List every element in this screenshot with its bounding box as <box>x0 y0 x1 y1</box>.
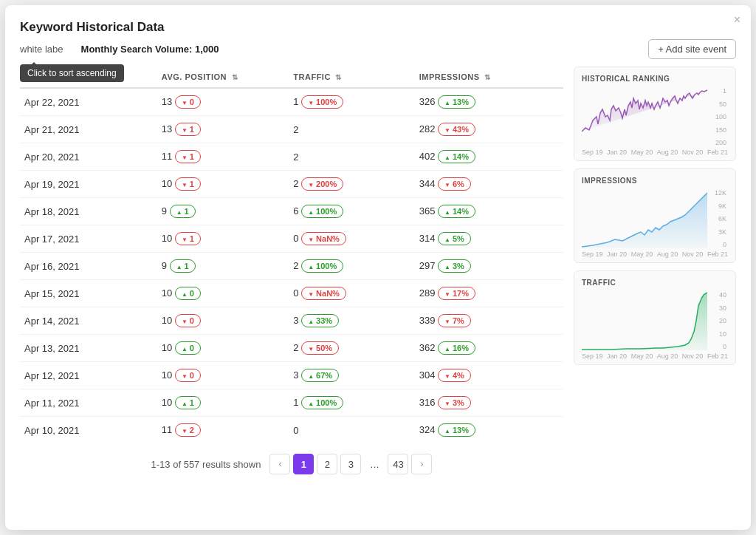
cell-traffic: 2 <box>289 143 414 171</box>
cell-date: Apr 21, 2021 <box>20 116 157 143</box>
sidebar: HISTORICAL RANKING 1 50 100 150 200 <box>574 67 736 474</box>
cell-date: Apr 14, 2021 <box>20 307 157 335</box>
avg-position-badge: 1 <box>175 123 201 136</box>
pagination-ellipsis: … <box>364 454 385 474</box>
table-row: Apr 18, 20219 16 100%365 14% <box>20 198 563 225</box>
traffic-badge: 100% <box>301 95 343 109</box>
cell-impressions: 324 13% <box>415 417 563 444</box>
pagination-page-3[interactable]: 3 <box>340 454 361 474</box>
cell-avg-position: 10 0 <box>157 362 289 389</box>
cell-impressions: 365 14% <box>415 198 563 225</box>
modal-title: Keyword Historical Data <box>20 20 736 35</box>
traffic-badge: NaN% <box>301 287 346 300</box>
chart-title-impressions: IMPRESSIONS <box>582 177 728 185</box>
table-row: Apr 14, 202110 03 33%339 7% <box>20 307 563 335</box>
impressions-badge: 43% <box>438 123 475 136</box>
table-row: Apr 19, 202110 12 200%344 6% <box>20 171 563 198</box>
sort-icon-avg: ⇅ <box>232 73 238 81</box>
cell-impressions: 304 4% <box>415 362 563 389</box>
pagination-page-1[interactable]: 1 <box>293 454 314 474</box>
avg-position-badge: 1 <box>170 205 196 218</box>
cell-traffic: 3 33% <box>289 307 414 335</box>
impressions-badge: 6% <box>438 177 471 191</box>
cell-avg-position: 9 1 <box>157 198 289 225</box>
avg-position-badge: 0 <box>175 341 201 355</box>
cell-impressions: 282 43% <box>415 116 563 143</box>
y-labels-traffic: 40 30 20 10 0 <box>719 291 728 350</box>
y-labels-impressions: 12K 9K 6K 3K 0 <box>715 189 728 248</box>
impressions-badge: 14% <box>438 205 475 218</box>
sort-tooltip: Click to sort ascending <box>20 64 124 82</box>
traffic-badge: 100% <box>301 259 343 273</box>
cell-impressions: 314 5% <box>415 225 563 253</box>
add-site-event-button[interactable]: + Add site event <box>648 39 736 59</box>
traffic-badge: 50% <box>301 341 339 355</box>
table-row: Apr 22, 202113 01 100%326 13% <box>20 88 563 116</box>
modal: × Keyword Historical Data white labe Cli… <box>5 5 751 530</box>
table-row: Apr 13, 202110 02 50%362 16% <box>20 335 563 362</box>
cell-traffic: 0 <box>289 417 414 444</box>
avg-position-badge: 0 <box>175 95 201 109</box>
pagination-info: 1-13 of 557 results shown <box>151 459 261 470</box>
cell-avg-position: 10 1 <box>157 389 289 417</box>
cell-date: Apr 20, 2021 <box>20 143 157 171</box>
cell-traffic: 1 100% <box>289 88 414 116</box>
traffic-svg <box>582 291 707 350</box>
col-header-impressions[interactable]: IMPRESSIONS ⇅ <box>415 67 563 88</box>
col-header-traffic[interactable]: TRAFFIC ⇅ <box>289 67 414 88</box>
chart-title-traffic: TRAFFIC <box>582 279 728 287</box>
cell-traffic: 6 100% <box>289 198 414 225</box>
col-header-avg-position[interactable]: AVG. Position ⇅ <box>157 67 289 88</box>
cell-date: Apr 17, 2021 <box>20 225 157 253</box>
header-row: white labe Click to sort ascending Month… <box>20 39 736 59</box>
x-labels-traffic: Sep 19 Jan 20 May 20 Aug 20 Nov 20 Feb 2… <box>582 352 728 360</box>
pagination-page-2[interactable]: 2 <box>317 454 337 474</box>
pagination-prev[interactable]: ‹ <box>269 454 290 474</box>
cell-impressions: 326 13% <box>415 88 563 116</box>
avg-position-badge: 0 <box>175 287 201 300</box>
cell-date: Apr 11, 2021 <box>20 389 157 417</box>
close-button[interactable]: × <box>734 14 740 26</box>
pagination-page-43[interactable]: 43 <box>388 454 408 474</box>
table-row: Apr 21, 202113 12 282 43% <box>20 116 563 143</box>
keyword-label: white labe Click to sort ascending <box>20 44 63 55</box>
cell-avg-position: 10 0 <box>157 280 289 307</box>
table-body: Apr 22, 202113 01 100%326 13%Apr 21, 202… <box>20 88 563 443</box>
traffic-badge: 100% <box>301 205 343 218</box>
content-area: DATE ⇅ AVG. Position ⇅ TRAFFIC ⇅ IMPRESS… <box>20 67 736 474</box>
impressions-badge: 3% <box>438 396 471 409</box>
cell-avg-position: 11 2 <box>157 417 289 444</box>
x-labels-impressions: Sep 19 Jan 20 May 20 Aug 20 Nov 20 Feb 2… <box>582 251 728 258</box>
traffic-badge: 33% <box>301 314 339 327</box>
chart-area-traffic: 40 30 20 10 0 <box>582 291 728 350</box>
table-row: Apr 10, 202111 20 324 13% <box>20 417 563 444</box>
cell-date: Apr 13, 2021 <box>20 335 157 362</box>
pagination-next[interactable]: › <box>411 454 432 474</box>
traffic-badge: 200% <box>301 177 343 191</box>
avg-position-badge: 1 <box>175 232 201 245</box>
impressions-badge: 14% <box>438 150 475 163</box>
cell-impressions: 297 3% <box>415 253 563 280</box>
chart-area-ranking: 1 50 100 150 200 <box>582 87 728 146</box>
cell-date: Apr 19, 2021 <box>20 171 157 198</box>
impressions-badge: 4% <box>438 369 471 382</box>
cell-impressions: 289 17% <box>415 280 563 307</box>
avg-position-badge: 0 <box>175 369 201 382</box>
avg-position-badge: 1 <box>175 396 201 409</box>
sort-icon-traffic: ⇅ <box>335 73 342 81</box>
pagination: 1-13 of 557 results shown ‹ 1 2 3 … 43 › <box>20 454 563 474</box>
table-row: Apr 12, 202110 03 67%304 4% <box>20 362 563 389</box>
cell-date: Apr 22, 2021 <box>20 88 157 116</box>
data-table: DATE ⇅ AVG. Position ⇅ TRAFFIC ⇅ IMPRESS… <box>20 67 563 443</box>
cell-avg-position: 10 0 <box>157 307 289 335</box>
traffic-badge: NaN% <box>301 232 346 245</box>
traffic-badge: 67% <box>301 369 339 382</box>
impressions-badge: 16% <box>438 341 475 355</box>
table-row: Apr 11, 202110 11 100%316 3% <box>20 389 563 417</box>
impressions-badge: 7% <box>438 314 471 327</box>
x-labels-ranking: Sep 19 Jan 20 May 20 Aug 20 Nov 20 Feb 2… <box>582 149 728 156</box>
impressions-badge: 13% <box>438 423 475 437</box>
impressions-chart: IMPRESSIONS 12K 9K 6K 3K 0 <box>574 168 736 263</box>
traffic-chart: TRAFFIC 40 30 20 10 0 <box>574 270 736 365</box>
impressions-badge: 5% <box>438 232 471 245</box>
